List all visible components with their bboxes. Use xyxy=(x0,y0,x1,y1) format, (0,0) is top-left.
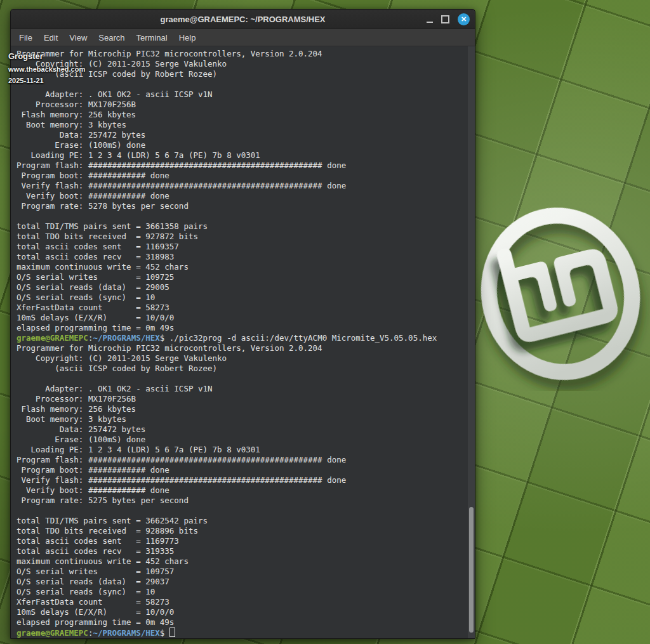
titlebar[interactable]: graeme@GRAEMEPC: ~/PROGRAMS/HEX ✕ xyxy=(11,10,475,29)
terminal-line: Flash memory: 256 kbytes xyxy=(17,404,467,414)
terminal-line: Loading PE: 1 2 3 4 (LDR) 5 6 7a (PE) 7b… xyxy=(17,445,467,455)
close-icon[interactable]: ✕ xyxy=(458,13,470,25)
terminal-line: XferFastData count = 58273 xyxy=(17,597,467,607)
menu-item-edit[interactable]: Edit xyxy=(38,30,63,45)
terminal-line: O/S serial writes = 109725 xyxy=(17,272,467,282)
terminal-line: O/S serial reads (data) = 29037 xyxy=(17,577,467,587)
terminal-line: O/S serial reads (sync) = 10 xyxy=(17,292,467,303)
terminal-line: Data: 257472 bytes xyxy=(17,130,467,140)
watermark-site: www.thebackshed.com xyxy=(8,66,85,73)
terminal-line: XferFastData count = 58273 xyxy=(17,303,467,313)
terminal-line: total TDI/TMS pairs sent = 3661358 pairs xyxy=(17,221,467,232)
terminal-line: 10mS delays (E/X/R) = 10/0/0 xyxy=(17,313,467,323)
terminal-line: graeme@GRAEMEPC:~/PROGRAMS/HEX$ xyxy=(17,628,467,638)
screen: graeme@GRAEMEPC: ~/PROGRAMS/HEX ✕ FileEd… xyxy=(0,0,650,644)
terminal-line xyxy=(17,211,467,221)
terminal-line: O/S serial writes = 109757 xyxy=(17,567,467,577)
terminal-line: Erase: (100mS) done xyxy=(17,435,467,445)
terminal-line: total TDI/TMS pairs sent = 3662542 pairs xyxy=(17,516,467,526)
terminal-line: O/S serial reads (sync) = 10 xyxy=(17,587,467,597)
terminal-line: 10mS delays (E/X/R) = 10/0/0 xyxy=(17,607,467,617)
terminal-body[interactable]: Programmer for Microchip PIC32 microcont… xyxy=(11,46,475,638)
terminal-line: Adapter: . OK1 OK2 - ascii ICSP v1N xyxy=(17,384,467,394)
terminal-line: Verify boot: ############ done xyxy=(17,191,467,201)
menu-item-view[interactable]: View xyxy=(63,30,93,45)
terminal-line: Program boot: ############ done xyxy=(17,465,467,475)
terminal-window: graeme@GRAEMEPC: ~/PROGRAMS/HEX ✕ FileEd… xyxy=(10,9,475,639)
terminal-line xyxy=(17,506,467,516)
terminal-line: Flash memory: 256 kbytes xyxy=(17,110,467,120)
terminal-line: total TDO bits received = 928896 bits xyxy=(17,526,467,536)
terminal-line: total ascii codes sent = 1169773 xyxy=(17,536,467,546)
terminal-line: total ascii codes recv = 319335 xyxy=(17,546,467,556)
terminal-line: Loading PE: 1 2 3 4 (LDR) 5 6 7a (PE) 7b… xyxy=(17,150,467,161)
terminal-line: Erase: (100mS) done xyxy=(17,140,467,150)
menu-item-search[interactable]: Search xyxy=(93,30,130,45)
terminal-line: maximum continuous write = 452 chars xyxy=(17,262,467,272)
linux-mint-logo-icon xyxy=(467,197,650,391)
terminal-line: elapsed programming time = 0m 49s xyxy=(17,617,467,628)
terminal-line: Program rate: 5275 bytes per second xyxy=(17,496,467,506)
maximize-icon[interactable] xyxy=(441,15,449,23)
terminal-line: Programmer for Microchip PIC32 microcont… xyxy=(17,343,467,353)
terminal-line: Processor: MX170F256B xyxy=(17,100,467,110)
terminal-line: Copyright: (C) 2011-2015 Serge Vakulenko xyxy=(17,353,467,364)
terminal-line: Verify flash: ##########################… xyxy=(17,475,467,485)
terminal-line: Boot memory: 3 kbytes xyxy=(17,120,467,130)
terminal-line: Program rate: 5278 bytes per second xyxy=(17,201,467,211)
terminal-line: Verify flash: ##########################… xyxy=(17,181,467,191)
window-title: graeme@GRAEMEPC: ~/PROGRAMS/HEX xyxy=(11,15,475,24)
terminal-line: Program flash: #########################… xyxy=(17,161,467,171)
terminal-line: total TDO bits received = 927872 bits xyxy=(17,232,467,242)
menu-item-help[interactable]: Help xyxy=(173,30,202,45)
menu-item-terminal[interactable]: Terminal xyxy=(131,30,173,45)
watermark-date: 2025-11-21 xyxy=(8,77,85,84)
terminal-line: Processor: MX170F256B xyxy=(17,394,467,404)
terminal-output: Programmer for Microchip PIC32 microcont… xyxy=(11,46,467,638)
terminal-line: maximum continuous write = 452 chars xyxy=(17,556,467,567)
terminal-line: Boot memory: 3 kbytes xyxy=(17,414,467,424)
scrollbar-thumb[interactable] xyxy=(469,507,474,633)
terminal-line: total ascii codes sent = 1169357 xyxy=(17,242,467,252)
terminal-line: O/S serial reads (data) = 29005 xyxy=(17,282,467,292)
minimize-icon[interactable] xyxy=(427,15,433,23)
terminal-line xyxy=(17,374,467,384)
terminal-line: Program boot: ############ done xyxy=(17,171,467,181)
terminal-line: Adapter: . OK1 OK2 - ascii ICSP v1N xyxy=(17,89,467,100)
terminal-line: graeme@GRAEMEPC:~/PROGRAMS/HEX$ ./pic32p… xyxy=(17,333,467,343)
terminal-line: (ascii ICSP coded by Robert Rozee) xyxy=(17,364,467,374)
terminal-line: Verify boot: ############ done xyxy=(17,485,467,496)
terminal-line: elapsed programming time = 0m 49s xyxy=(17,323,467,333)
terminal-line: total ascii codes recv = 318983 xyxy=(17,252,467,262)
watermark-name: Grogster xyxy=(8,52,85,60)
menu-item-file[interactable]: File xyxy=(13,30,38,45)
terminal-line: Program flash: #########################… xyxy=(17,455,467,465)
window-controls: ✕ xyxy=(427,13,470,25)
terminal-line: Data: 257472 bytes xyxy=(17,424,467,435)
terminal-cursor xyxy=(169,628,175,637)
menu-bar: FileEditViewSearchTerminalHelp xyxy=(11,29,475,46)
scrollbar-track[interactable] xyxy=(468,46,475,638)
watermark: Grogster www.thebackshed.com 2025-11-21 xyxy=(8,52,85,84)
